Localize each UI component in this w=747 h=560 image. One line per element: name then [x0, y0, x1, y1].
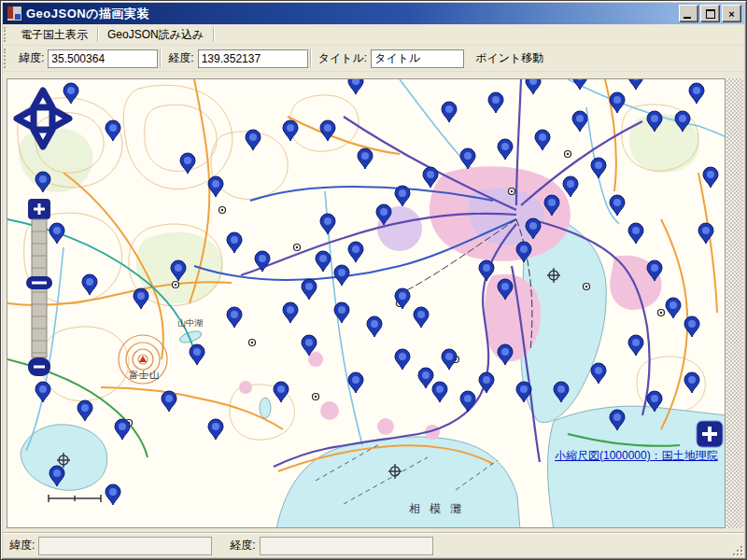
latitude-label: 緯度:	[13, 50, 48, 66]
load-geojson-button[interactable]: GeoJSON読み込み	[100, 24, 211, 46]
title-input[interactable]	[371, 49, 464, 68]
statusbar: 緯度: 経度:	[3, 533, 744, 557]
application-window: GeoJSONの描画実装 × 電子国土表示 GeoJSON読み込み 緯度: 経度…	[0, 0, 747, 560]
window-title: GeoJSONの描画実装	[26, 6, 679, 22]
status-latitude-field[interactable]	[38, 537, 212, 555]
maximize-icon	[706, 9, 715, 19]
close-icon: ×	[728, 8, 734, 20]
maximize-button[interactable]	[700, 5, 720, 22]
latitude-input[interactable]	[48, 49, 158, 68]
map-label: 相模灘	[409, 502, 471, 515]
toolbar-main: 電子国土表示 GeoJSON読み込み	[3, 24, 744, 46]
move-point-button[interactable]: ポイント移動	[468, 48, 551, 69]
status-latitude-label: 緯度:	[3, 538, 38, 553]
toolbar-grip[interactable]	[4, 27, 11, 42]
status-longitude-field[interactable]	[260, 537, 433, 555]
background-filler	[726, 78, 743, 528]
show-map-button[interactable]: 電子国土表示	[13, 24, 95, 46]
longitude-label: 経度:	[162, 50, 197, 66]
toolbar-separator	[310, 49, 311, 68]
toolbar-form: 緯度: 経度: タイトル: ポイント移動	[3, 46, 744, 72]
longitude-input[interactable]	[198, 49, 308, 68]
toolbar-separator	[213, 27, 214, 42]
expand-control	[697, 421, 723, 447]
title-label: タイトル:	[313, 50, 371, 66]
map-viewport[interactable]: 富士山山中湖相模灘	[7, 78, 726, 528]
minimize-button[interactable]	[679, 5, 698, 22]
map-label: 山中湖	[177, 318, 203, 328]
resize-grip[interactable]	[729, 542, 742, 555]
status-longitude-label: 経度:	[223, 538, 259, 553]
map-label: 富士山	[129, 370, 160, 380]
minimize-icon	[684, 17, 691, 19]
titlebar[interactable]: GeoJSONの描画実装 ×	[3, 3, 744, 24]
close-button[interactable]: ×	[722, 5, 741, 22]
map-attribution-link[interactable]: 小縮尺図(1000000)：国土地理院	[555, 448, 718, 464]
toolbar-grip[interactable]	[4, 49, 11, 68]
toolbar-separator	[97, 27, 98, 42]
toolbar-separator	[160, 49, 161, 68]
app-icon	[7, 6, 22, 21]
